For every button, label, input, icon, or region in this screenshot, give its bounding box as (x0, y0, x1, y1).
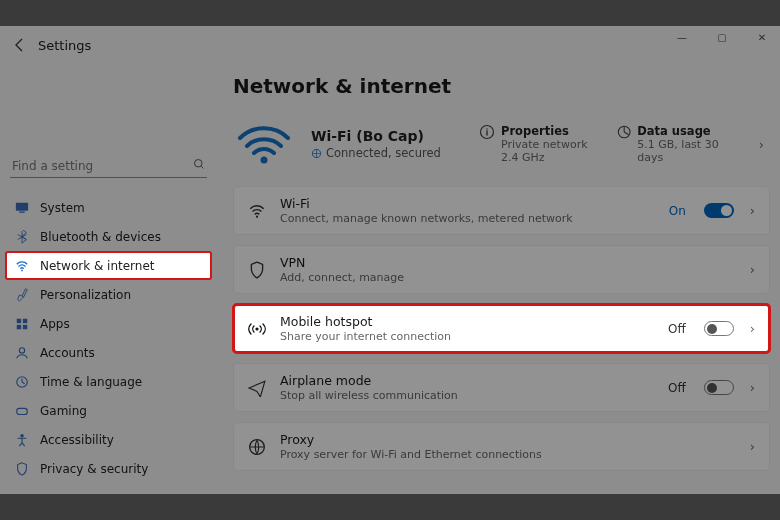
properties-link[interactable]: Properties Private network 2.4 GHz (479, 124, 599, 164)
svg-rect-4 (17, 318, 21, 322)
sidebar-item-label: Apps (40, 317, 203, 331)
chevron-right-icon[interactable]: › (746, 321, 759, 336)
properties-title: Properties (501, 124, 588, 138)
row-title: VPN (280, 255, 734, 270)
page-title: Network & internet (233, 74, 770, 98)
svg-point-16 (256, 215, 258, 217)
display-icon (14, 201, 30, 215)
chevron-right-icon[interactable]: › (746, 203, 759, 218)
row-sub: Share your internet connection (280, 330, 656, 343)
row-sub: Stop all wireless communication (280, 389, 656, 402)
sidebar-item-label: Gaming (40, 404, 203, 418)
data-usage-icon (617, 124, 631, 140)
row-sub: Add, connect, manage (280, 271, 734, 284)
toggle-state-label: Off (668, 322, 686, 336)
brush-icon (14, 288, 30, 302)
wifi-status: Connected, secured (311, 146, 461, 160)
row-title: Mobile hotspot (280, 314, 656, 329)
proxy-icon (246, 438, 268, 456)
toggle-state-label: On (669, 204, 686, 218)
svg-rect-1 (16, 202, 28, 210)
main-content: Network & internet Wi-Fi (Bo Cap) Connec… (215, 58, 780, 494)
sidebar-item-label: Personalization (40, 288, 203, 302)
wifi-toggle[interactable] (704, 203, 734, 218)
sidebar-item-label: Time & language (40, 375, 203, 389)
svg-rect-7 (23, 324, 27, 328)
row-sub: Proxy server for Wi-Fi and Ethernet conn… (280, 448, 734, 461)
row-vpn[interactable]: VPN Add, connect, manage › (233, 245, 770, 294)
app-title: Settings (38, 38, 91, 53)
hotspot-toggle[interactable] (704, 321, 734, 336)
sidebar-item-bluetooth[interactable]: Bluetooth & devices (6, 223, 211, 250)
toggle-state-label: Off (668, 381, 686, 395)
sidebar-item-label: Network & internet (40, 259, 203, 273)
properties-sub: Private network 2.4 GHz (501, 138, 588, 164)
window-close-button[interactable]: ✕ (750, 32, 774, 43)
privacy-icon (14, 462, 30, 476)
row-sub: Connect, manage known networks, metered … (280, 212, 657, 225)
window-minimize-button[interactable]: — (670, 32, 694, 43)
sidebar-item-gaming[interactable]: Gaming (6, 397, 211, 424)
network-status-card: Wi-Fi (Bo Cap) Connected, secured Proper… (233, 116, 770, 176)
sidebar-item-accounts[interactable]: Accounts (6, 339, 211, 366)
sidebar-item-label: Accessibility (40, 433, 203, 447)
svg-point-11 (20, 433, 24, 437)
svg-point-12 (261, 157, 268, 164)
window-maximize-button[interactable]: ▢ (710, 32, 734, 43)
sidebar-item-label: Bluetooth & devices (40, 230, 203, 244)
sidebar-item-time[interactable]: Time & language (6, 368, 211, 395)
svg-point-17 (255, 327, 258, 330)
row-mobile-hotspot[interactable]: Mobile hotspot Share your internet conne… (233, 304, 770, 353)
sidebar-item-apps[interactable]: Apps (6, 310, 211, 337)
arrow-left-icon (12, 37, 28, 53)
chevron-right-icon[interactable]: › (746, 439, 759, 454)
sidebar: System Bluetooth & devices Network & int… (0, 58, 215, 494)
sidebar-item-system[interactable]: System (6, 194, 211, 221)
apps-icon (14, 317, 30, 331)
sidebar-item-network[interactable]: Network & internet (6, 252, 211, 279)
gaming-icon (14, 404, 30, 418)
back-button[interactable] (12, 37, 28, 53)
usage-sub: 5.1 GB, last 30 days (637, 138, 737, 164)
chevron-right-icon[interactable]: › (746, 262, 759, 277)
row-title: Airplane mode (280, 373, 656, 388)
svg-point-8 (19, 347, 24, 352)
sidebar-item-label: System (40, 201, 203, 215)
svg-point-3 (21, 269, 23, 271)
sidebar-item-accessibility[interactable]: Accessibility (6, 426, 211, 453)
sidebar-item-personalization[interactable]: Personalization (6, 281, 211, 308)
search-field[interactable] (10, 154, 207, 178)
svg-rect-5 (23, 318, 27, 322)
svg-point-0 (195, 160, 203, 168)
row-wifi[interactable]: Wi-Fi Connect, manage known networks, me… (233, 186, 770, 235)
wifi-large-icon (235, 122, 293, 166)
shield-icon (246, 261, 268, 279)
row-proxy[interactable]: Proxy Proxy server for Wi-Fi and Etherne… (233, 422, 770, 471)
time-icon (14, 375, 30, 389)
wifi-icon (246, 202, 268, 220)
airplane-toggle[interactable] (704, 380, 734, 395)
accounts-icon (14, 346, 30, 360)
row-title: Wi-Fi (280, 196, 657, 211)
search-input[interactable] (12, 159, 193, 173)
wifi-icon (14, 259, 30, 273)
usage-title: Data usage (637, 124, 737, 138)
wifi-name: Wi-Fi (Bo Cap) (311, 128, 461, 144)
sidebar-item-privacy[interactable]: Privacy & security (6, 455, 211, 482)
sidebar-item-label: Accounts (40, 346, 203, 360)
chevron-right-icon[interactable]: › (746, 380, 759, 395)
chevron-right-icon[interactable]: › (755, 137, 768, 152)
bluetooth-icon (14, 230, 30, 244)
svg-rect-2 (19, 211, 24, 212)
search-icon (193, 158, 205, 173)
accessibility-icon (14, 433, 30, 447)
data-usage-link[interactable]: Data usage 5.1 GB, last 30 days (617, 124, 737, 164)
secured-icon (311, 148, 322, 159)
hotspot-icon (246, 320, 268, 338)
row-airplane[interactable]: Airplane mode Stop all wireless communic… (233, 363, 770, 412)
sidebar-item-label: Privacy & security (40, 462, 203, 476)
row-title: Proxy (280, 432, 734, 447)
svg-rect-6 (17, 324, 21, 328)
info-icon (479, 124, 495, 140)
svg-rect-10 (17, 408, 28, 414)
